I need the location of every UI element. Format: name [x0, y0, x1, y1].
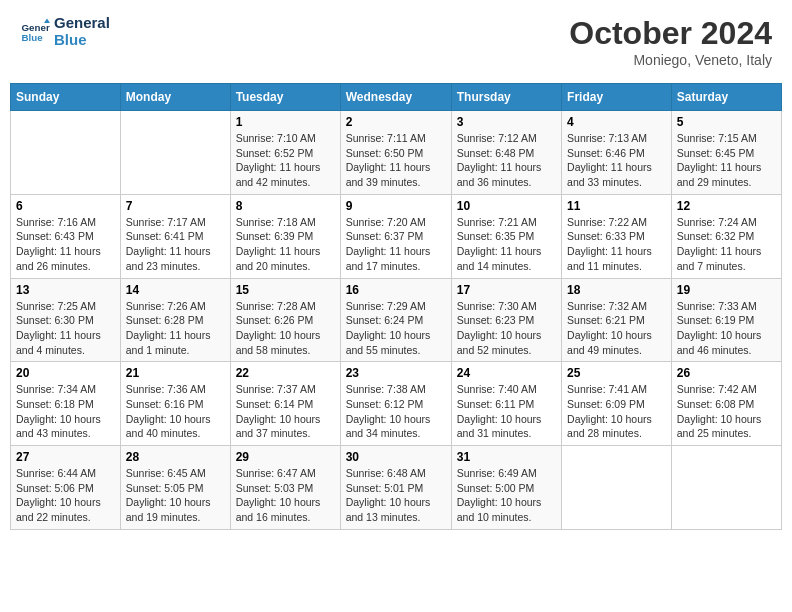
calendar-cell: 20 Sunrise: 7:34 AM Sunset: 6:18 PM Dayl…: [11, 362, 121, 446]
page-header: General Blue General Blue October 2024 M…: [10, 10, 782, 73]
day-info: Sunrise: 7:17 AM Sunset: 6:41 PM Dayligh…: [126, 215, 225, 274]
calendar-cell: 16 Sunrise: 7:29 AM Sunset: 6:24 PM Dayl…: [340, 278, 451, 362]
day-number: 8: [236, 199, 335, 213]
day-number: 21: [126, 366, 225, 380]
calendar-cell: 9 Sunrise: 7:20 AM Sunset: 6:37 PM Dayli…: [340, 194, 451, 278]
day-info: Sunrise: 7:18 AM Sunset: 6:39 PM Dayligh…: [236, 215, 335, 274]
calendar-cell: 26 Sunrise: 7:42 AM Sunset: 6:08 PM Dayl…: [671, 362, 781, 446]
logo: General Blue General Blue: [20, 15, 110, 48]
weekday-header-tuesday: Tuesday: [230, 84, 340, 111]
calendar-cell: 5 Sunrise: 7:15 AM Sunset: 6:45 PM Dayli…: [671, 111, 781, 195]
day-number: 2: [346, 115, 446, 129]
calendar-cell: 4 Sunrise: 7:13 AM Sunset: 6:46 PM Dayli…: [562, 111, 672, 195]
day-info: Sunrise: 7:34 AM Sunset: 6:18 PM Dayligh…: [16, 382, 115, 441]
day-number: 31: [457, 450, 556, 464]
calendar-week-row: 13 Sunrise: 7:25 AM Sunset: 6:30 PM Dayl…: [11, 278, 782, 362]
calendar-cell: [120, 111, 230, 195]
weekday-header-monday: Monday: [120, 84, 230, 111]
logo-general: General: [54, 15, 110, 32]
day-info: Sunrise: 7:22 AM Sunset: 6:33 PM Dayligh…: [567, 215, 666, 274]
calendar-week-row: 6 Sunrise: 7:16 AM Sunset: 6:43 PM Dayli…: [11, 194, 782, 278]
day-info: Sunrise: 7:32 AM Sunset: 6:21 PM Dayligh…: [567, 299, 666, 358]
month-title: October 2024: [569, 15, 772, 52]
day-info: Sunrise: 7:13 AM Sunset: 6:46 PM Dayligh…: [567, 131, 666, 190]
day-number: 3: [457, 115, 556, 129]
calendar-cell: 8 Sunrise: 7:18 AM Sunset: 6:39 PM Dayli…: [230, 194, 340, 278]
day-info: Sunrise: 7:38 AM Sunset: 6:12 PM Dayligh…: [346, 382, 446, 441]
calendar-cell: 24 Sunrise: 7:40 AM Sunset: 6:11 PM Dayl…: [451, 362, 561, 446]
calendar-cell: 12 Sunrise: 7:24 AM Sunset: 6:32 PM Dayl…: [671, 194, 781, 278]
day-number: 6: [16, 199, 115, 213]
day-number: 13: [16, 283, 115, 297]
day-number: 9: [346, 199, 446, 213]
day-number: 10: [457, 199, 556, 213]
calendar-cell: 30 Sunrise: 6:48 AM Sunset: 5:01 PM Dayl…: [340, 446, 451, 530]
day-number: 20: [16, 366, 115, 380]
weekday-header-wednesday: Wednesday: [340, 84, 451, 111]
day-info: Sunrise: 6:49 AM Sunset: 5:00 PM Dayligh…: [457, 466, 556, 525]
day-info: Sunrise: 7:40 AM Sunset: 6:11 PM Dayligh…: [457, 382, 556, 441]
logo-blue: Blue: [54, 32, 110, 49]
day-info: Sunrise: 7:37 AM Sunset: 6:14 PM Dayligh…: [236, 382, 335, 441]
day-info: Sunrise: 7:11 AM Sunset: 6:50 PM Dayligh…: [346, 131, 446, 190]
day-number: 15: [236, 283, 335, 297]
day-number: 28: [126, 450, 225, 464]
calendar-cell: 14 Sunrise: 7:26 AM Sunset: 6:28 PM Dayl…: [120, 278, 230, 362]
day-number: 29: [236, 450, 335, 464]
svg-text:Blue: Blue: [22, 32, 44, 43]
day-number: 22: [236, 366, 335, 380]
calendar-cell: 18 Sunrise: 7:32 AM Sunset: 6:21 PM Dayl…: [562, 278, 672, 362]
day-info: Sunrise: 7:15 AM Sunset: 6:45 PM Dayligh…: [677, 131, 776, 190]
calendar-table: SundayMondayTuesdayWednesdayThursdayFrid…: [10, 83, 782, 530]
calendar-cell: 13 Sunrise: 7:25 AM Sunset: 6:30 PM Dayl…: [11, 278, 121, 362]
day-number: 24: [457, 366, 556, 380]
calendar-cell: [562, 446, 672, 530]
calendar-cell: 7 Sunrise: 7:17 AM Sunset: 6:41 PM Dayli…: [120, 194, 230, 278]
day-info: Sunrise: 7:24 AM Sunset: 6:32 PM Dayligh…: [677, 215, 776, 274]
calendar-cell: 27 Sunrise: 6:44 AM Sunset: 5:06 PM Dayl…: [11, 446, 121, 530]
day-number: 16: [346, 283, 446, 297]
day-info: Sunrise: 7:10 AM Sunset: 6:52 PM Dayligh…: [236, 131, 335, 190]
weekday-header-sunday: Sunday: [11, 84, 121, 111]
calendar-cell: 25 Sunrise: 7:41 AM Sunset: 6:09 PM Dayl…: [562, 362, 672, 446]
day-number: 7: [126, 199, 225, 213]
day-info: Sunrise: 7:29 AM Sunset: 6:24 PM Dayligh…: [346, 299, 446, 358]
day-info: Sunrise: 6:45 AM Sunset: 5:05 PM Dayligh…: [126, 466, 225, 525]
day-info: Sunrise: 7:33 AM Sunset: 6:19 PM Dayligh…: [677, 299, 776, 358]
day-number: 4: [567, 115, 666, 129]
calendar-week-row: 27 Sunrise: 6:44 AM Sunset: 5:06 PM Dayl…: [11, 446, 782, 530]
calendar-cell: 17 Sunrise: 7:30 AM Sunset: 6:23 PM Dayl…: [451, 278, 561, 362]
calendar-cell: 23 Sunrise: 7:38 AM Sunset: 6:12 PM Dayl…: [340, 362, 451, 446]
day-number: 19: [677, 283, 776, 297]
day-info: Sunrise: 7:36 AM Sunset: 6:16 PM Dayligh…: [126, 382, 225, 441]
day-number: 30: [346, 450, 446, 464]
calendar-cell: [11, 111, 121, 195]
day-info: Sunrise: 7:42 AM Sunset: 6:08 PM Dayligh…: [677, 382, 776, 441]
calendar-cell: 31 Sunrise: 6:49 AM Sunset: 5:00 PM Dayl…: [451, 446, 561, 530]
svg-marker-2: [44, 18, 50, 23]
day-number: 26: [677, 366, 776, 380]
day-number: 14: [126, 283, 225, 297]
day-info: Sunrise: 7:21 AM Sunset: 6:35 PM Dayligh…: [457, 215, 556, 274]
calendar-cell: 10 Sunrise: 7:21 AM Sunset: 6:35 PM Dayl…: [451, 194, 561, 278]
calendar-cell: 21 Sunrise: 7:36 AM Sunset: 6:16 PM Dayl…: [120, 362, 230, 446]
day-info: Sunrise: 7:25 AM Sunset: 6:30 PM Dayligh…: [16, 299, 115, 358]
day-number: 12: [677, 199, 776, 213]
day-number: 17: [457, 283, 556, 297]
day-info: Sunrise: 6:48 AM Sunset: 5:01 PM Dayligh…: [346, 466, 446, 525]
title-area: October 2024 Moniego, Veneto, Italy: [569, 15, 772, 68]
weekday-header-saturday: Saturday: [671, 84, 781, 111]
day-number: 11: [567, 199, 666, 213]
day-number: 27: [16, 450, 115, 464]
calendar-cell: 19 Sunrise: 7:33 AM Sunset: 6:19 PM Dayl…: [671, 278, 781, 362]
calendar-cell: 29 Sunrise: 6:47 AM Sunset: 5:03 PM Dayl…: [230, 446, 340, 530]
calendar-cell: 22 Sunrise: 7:37 AM Sunset: 6:14 PM Dayl…: [230, 362, 340, 446]
calendar-cell: 2 Sunrise: 7:11 AM Sunset: 6:50 PM Dayli…: [340, 111, 451, 195]
day-info: Sunrise: 7:30 AM Sunset: 6:23 PM Dayligh…: [457, 299, 556, 358]
day-info: Sunrise: 6:47 AM Sunset: 5:03 PM Dayligh…: [236, 466, 335, 525]
day-number: 25: [567, 366, 666, 380]
calendar-week-row: 1 Sunrise: 7:10 AM Sunset: 6:52 PM Dayli…: [11, 111, 782, 195]
calendar-cell: 11 Sunrise: 7:22 AM Sunset: 6:33 PM Dayl…: [562, 194, 672, 278]
day-number: 1: [236, 115, 335, 129]
location-subtitle: Moniego, Veneto, Italy: [569, 52, 772, 68]
